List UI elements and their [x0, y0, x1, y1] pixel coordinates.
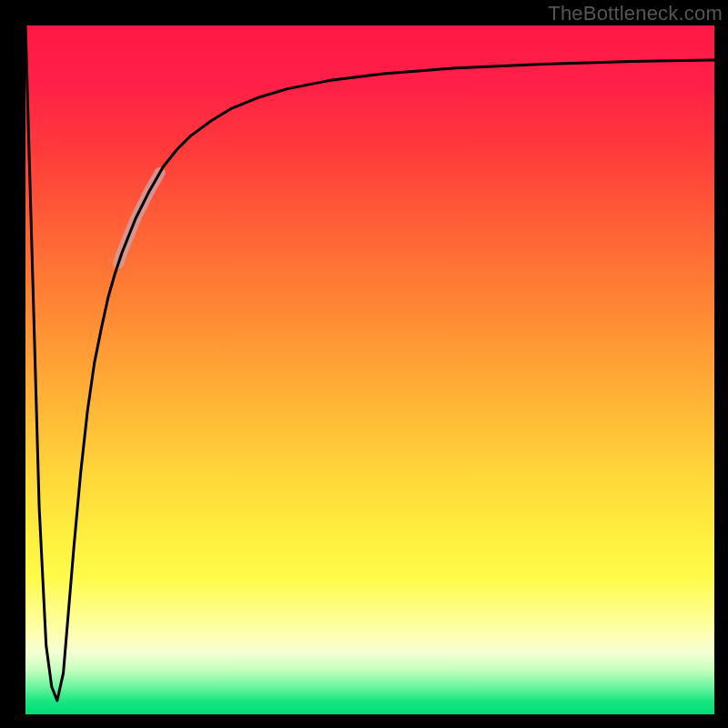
plot-background: [25, 25, 714, 714]
chart-frame: TheBottleneck.com: [0, 0, 728, 728]
attribution-text: TheBottleneck.com: [548, 2, 723, 25]
